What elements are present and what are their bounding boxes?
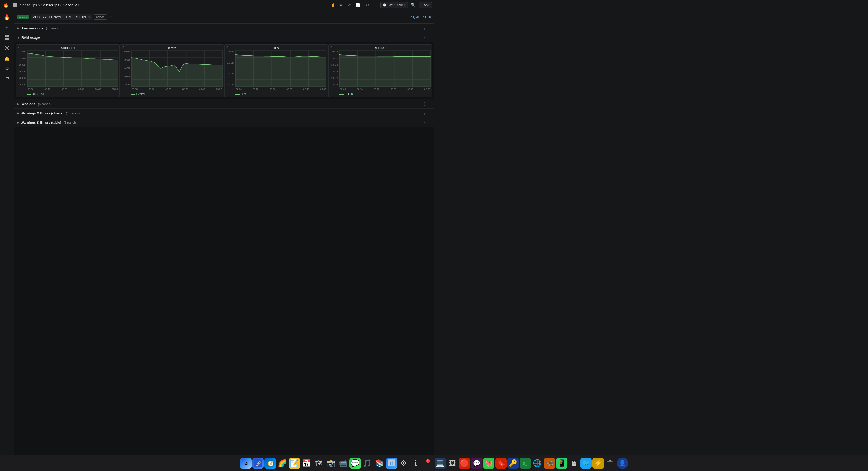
chart-title-dev: DEV xyxy=(225,45,328,51)
dock-appstore[interactable]: 🅰 xyxy=(386,458,397,458)
ram-usage-charts: ⤢ ACCESS1 25 GB20 GB15 GB10 GB5 GB0 MB xyxy=(14,42,434,99)
snapshot-btn[interactable]: 📄 xyxy=(353,2,363,8)
chart-expand-btn[interactable]: ⤢ xyxy=(226,46,228,48)
section-user-sessions-title: User sessions xyxy=(21,26,43,30)
svg-point-12 xyxy=(5,46,9,50)
dock-calendar[interactable]: 📅 xyxy=(301,458,312,458)
grid-icon-btn[interactable] xyxy=(11,2,19,8)
dock-safari[interactable]: 🧭 xyxy=(265,458,276,458)
star-btn[interactable]: ★ xyxy=(337,2,345,8)
chart-legend-dev: DEV xyxy=(225,92,328,96)
chart-svg-central xyxy=(131,51,222,87)
refresh-picker[interactable]: ↻ 5s ▾ xyxy=(419,2,432,8)
section-sessions-subtitle: (6 panels) xyxy=(37,102,52,106)
legend-label-dev: DEV xyxy=(241,93,246,96)
chart-x-axis-access1: 08:0008:1008:2008:3008:4008:50 xyxy=(27,87,118,92)
section-warnings-table[interactable]: ▶ Warnings & Errors (table) (1 panel) ⋮⋮ xyxy=(14,118,434,127)
refresh-interval: 5s xyxy=(424,3,428,7)
dock-facetime[interactable]: 📹 xyxy=(337,458,349,458)
settings-btn[interactable]: ⚙ xyxy=(364,2,371,8)
section-user-sessions-subtitle: (4 panels) xyxy=(45,27,60,30)
time-range-picker[interactable]: 🕐 Last 1 hour ▾ xyxy=(380,2,408,8)
svg-rect-6 xyxy=(333,4,334,7)
legend-line-central xyxy=(131,94,135,95)
legend-line-dev xyxy=(236,94,240,95)
section-sessions[interactable]: ▶ Sessions (6 panels) ⋮⋮ xyxy=(14,99,434,109)
dock-launchpad[interactable]: 🚀 xyxy=(252,458,264,458)
svg-rect-9 xyxy=(7,35,9,37)
drag-handle-icon-table: ⋮⋮ xyxy=(423,120,431,125)
time-range-label: Last 1 hour xyxy=(388,3,403,7)
chart-expand-btn[interactable]: ⤢ xyxy=(18,46,20,48)
adhoc-tag[interactable]: adhoc xyxy=(94,14,107,20)
section-warnings-charts-left: ▶ Warnings & Errors (charts) (3 panels) xyxy=(17,111,80,115)
dock-messages[interactable]: 💬 xyxy=(349,458,361,458)
chart-config-btn[interactable] xyxy=(329,2,336,8)
hub-link[interactable]: ↗ Hub xyxy=(422,15,431,19)
svg-rect-4 xyxy=(331,5,331,7)
svg-rect-11 xyxy=(7,38,9,40)
breadcrumb: SenseOps > SenseOps Overview ▾ xyxy=(20,3,79,7)
drag-handle-icon-sessions: ⋮⋮ xyxy=(423,101,431,106)
sidebar-item-shield[interactable]: 🛡 xyxy=(2,74,12,84)
add-filter-btn[interactable]: + xyxy=(108,14,114,20)
section-user-sessions[interactable]: ▶ User sessions (4 panels) ⋮⋮ xyxy=(14,24,434,33)
charts-row: ⤢ ACCESS1 25 GB20 GB15 GB10 GB5 GB0 MB xyxy=(14,44,434,97)
app-logo[interactable]: 🔥 xyxy=(2,1,10,9)
section-ram-usage[interactable]: ▼ RAM usage ⋮⋮ xyxy=(14,33,434,42)
toolbar-left: server ACCESS1 + Central + DEV + RELOAD … xyxy=(17,14,113,20)
dock-maps[interactable]: 🗺 xyxy=(313,458,324,458)
dock: 🖥 🚀 🧭 🌈 📝 📅 🗺 📸 📹 💬 🎵 📚 � xyxy=(0,455,434,458)
chart-legend-reload: RELOAD xyxy=(329,92,432,96)
svg-rect-0 xyxy=(13,3,15,5)
dock-music[interactable]: 🎵 xyxy=(362,458,373,458)
dock-books[interactable]: 📚 xyxy=(374,458,385,458)
sidebar-item-alerts[interactable]: 🔔 xyxy=(2,54,12,63)
qmc-link[interactable]: ↗ QMC xyxy=(410,15,420,19)
section-warnings-charts[interactable]: ▶ Warnings & Errors (charts) (3 panels) … xyxy=(14,109,434,118)
dock-finder[interactable]: 🖥 xyxy=(240,458,251,458)
legend-label-central: Central xyxy=(136,93,145,96)
sidebar-item-settings[interactable]: ⚙ xyxy=(2,64,12,73)
chart-title-central: Central xyxy=(120,45,224,51)
legend-label-access1: ACCESS1 xyxy=(32,93,44,96)
dock-photos[interactable]: 🌈 xyxy=(277,458,288,458)
share-btn[interactable]: ↗ xyxy=(346,2,352,8)
sidebar-logo[interactable]: 🔥 xyxy=(2,12,12,22)
sidebar-item-dashboard[interactable] xyxy=(2,33,12,42)
chart-title-reload: RELOAD xyxy=(329,45,432,51)
chart-x-axis-central: 08:0008:1008:2008:3008:4008:50 xyxy=(131,87,222,92)
sidebar-item-explore[interactable] xyxy=(2,43,12,53)
chevron-right-warn-icon: ▶ xyxy=(17,111,19,115)
display-btn[interactable]: 🖥 xyxy=(372,2,379,8)
chart-expand-btn[interactable]: ⤢ xyxy=(122,46,124,48)
chart-expand-btn[interactable]: ⤢ xyxy=(330,46,332,48)
dashboard: ▶ User sessions (4 panels) ⋮⋮ ▼ RAM usag… xyxy=(14,24,434,127)
dock-pin[interactable]: 📍 xyxy=(422,458,434,458)
svg-rect-1 xyxy=(15,3,17,5)
section-warnings-table-title: Warnings & Errors (table) xyxy=(21,121,61,125)
dock-sysprefs[interactable]: ⚙ xyxy=(398,458,409,458)
server-tag: server xyxy=(17,15,29,19)
search-btn[interactable]: 🔍 xyxy=(409,2,418,8)
legend-label-reload: RELOAD xyxy=(345,93,355,96)
section-ram-usage-title: RAM usage xyxy=(22,36,40,39)
filter-dropdown-arrow: ▾ xyxy=(88,15,90,19)
chart-legend-central: Central xyxy=(120,92,224,96)
filter-dropdown[interactable]: ACCESS1 + Central + DEV + RELOAD ▾ xyxy=(31,14,92,20)
chart-svg-access1 xyxy=(27,51,118,87)
chart-svg-reload xyxy=(339,51,431,87)
dock-notes[interactable]: 📝 xyxy=(289,458,300,458)
section-user-sessions-left: ▶ User sessions (4 panels) xyxy=(17,26,60,30)
chart-x-axis-dev: 08:0008:1008:2008:3008:4008:50 xyxy=(236,87,327,92)
section-warnings-table-left: ▶ Warnings & Errors (table) (1 panel) xyxy=(17,121,76,125)
sidebar-item-add[interactable]: + xyxy=(2,23,12,32)
drag-handle-icon-warn: ⋮⋮ xyxy=(423,111,431,116)
toolbar: server ACCESS1 + Central + DEV + RELOAD … xyxy=(14,10,434,24)
chart-title-access1: ACCESS1 xyxy=(16,45,119,51)
drag-handle-icon: ⋮⋮ xyxy=(423,26,431,31)
current-page: SenseOps Overview xyxy=(41,3,77,7)
dock-info[interactable]: ℹ xyxy=(410,458,422,458)
page-dropdown-arrow[interactable]: ▾ xyxy=(78,3,79,7)
dock-photos2[interactable]: 📸 xyxy=(325,458,337,458)
